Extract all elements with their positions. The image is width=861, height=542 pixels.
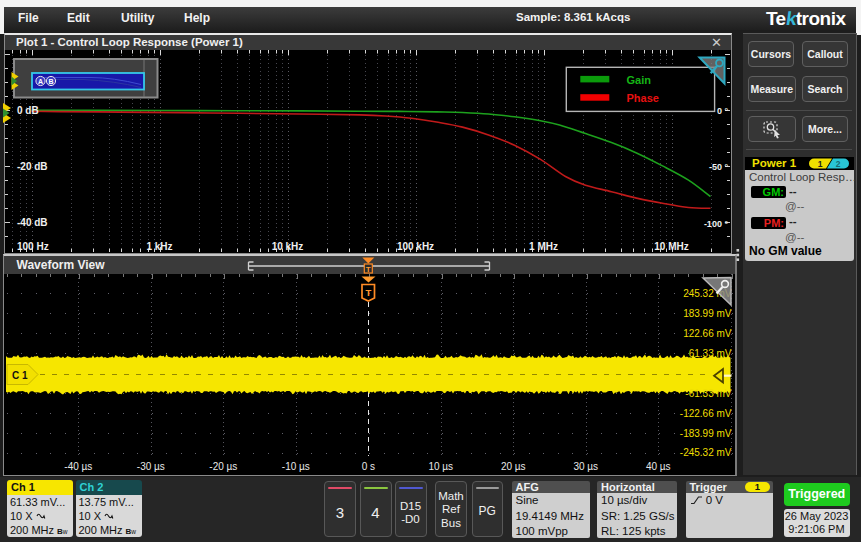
svg-text:-183.99 mV: -183.99 mV (679, 428, 731, 439)
svg-text:-122.66 mV: -122.66 mV (679, 408, 731, 419)
svg-text:183.99 mV: 183.99 mV (683, 308, 732, 319)
svg-text:-20 dB: -20 dB (17, 161, 48, 172)
svg-text:-10 µs: -10 µs (281, 461, 309, 472)
svg-text:100 Hz: 100 Hz (17, 241, 49, 252)
svg-text:Gain: Gain (627, 74, 652, 86)
svg-text:-100 °: -100 ° (704, 219, 729, 229)
svg-text:0 dB: 0 dB (17, 105, 39, 116)
svg-text:40 µs: 40 µs (645, 461, 670, 472)
svg-text:20 µs: 20 µs (500, 461, 525, 472)
svg-text:-40 µs: -40 µs (64, 461, 92, 472)
svg-text:10 µs: 10 µs (428, 461, 453, 472)
svg-text:100 kHz: 100 kHz (397, 241, 434, 252)
svg-text:B: B (48, 78, 53, 85)
svg-text:1: 1 (817, 158, 822, 168)
svg-text:T: T (365, 287, 371, 298)
svg-text:10 kHz: 10 kHz (272, 241, 304, 252)
svg-text:61.33 mV: 61.33 mV (688, 348, 731, 359)
svg-text:C 1: C 1 (12, 370, 28, 381)
svg-text:10 MHz: 10 MHz (654, 241, 688, 252)
svg-text:0 °: 0 ° (717, 106, 729, 116)
svg-text:2: 2 (835, 158, 840, 168)
svg-text:-40 dB: -40 dB (17, 217, 48, 228)
svg-text:-20 µs: -20 µs (209, 461, 237, 472)
svg-text:A: A (38, 78, 43, 85)
svg-text:1 MHz: 1 MHz (529, 241, 558, 252)
svg-text:30 µs: 30 µs (573, 461, 598, 472)
svg-text:-61.33 mV: -61.33 mV (685, 388, 731, 399)
svg-text:122.66 mV: 122.66 mV (683, 328, 732, 339)
svg-text:T: T (365, 264, 370, 273)
svg-text:0 s: 0 s (361, 461, 374, 472)
svg-text:-245.32 mV: -245.32 mV (679, 447, 731, 458)
svg-text:-50 °: -50 ° (709, 162, 729, 172)
svg-text:-30 µs: -30 µs (136, 461, 164, 472)
svg-text:1 kHz: 1 kHz (146, 241, 172, 252)
svg-text:Phase: Phase (627, 92, 659, 104)
